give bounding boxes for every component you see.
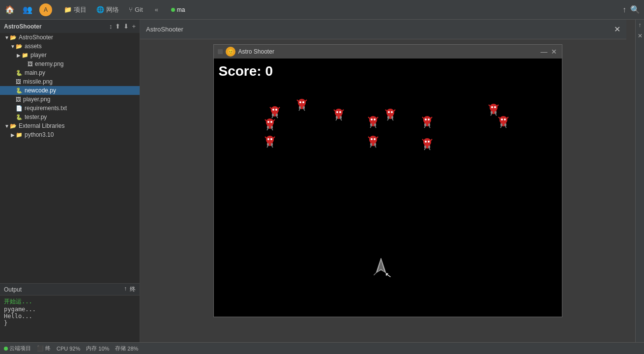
svg-line-102 [422, 139, 424, 141]
output-header: Output ↑ 终 [0, 284, 140, 295]
project-icon: 📁 [64, 6, 72, 13]
cpu-status: CPU 92% [57, 346, 80, 352]
search-icon[interactable]: 🔍 [630, 5, 640, 14]
svg-line-99 [375, 146, 376, 148]
tree-toggle[interactable]: ▼ [4, 123, 10, 129]
svg-line-103 [430, 139, 432, 141]
tree-toggle[interactable]: ▶ [10, 132, 16, 138]
svg-point-16 [299, 106, 301, 109]
tree-toggle[interactable]: ▼ [4, 35, 10, 40]
tree-toggle[interactable]: ▶ [16, 53, 22, 58]
svg-line-72 [489, 105, 491, 107]
svg-line-22 [334, 110, 336, 112]
minimize-button[interactable]: — [540, 48, 548, 56]
svg-point-26 [336, 116, 338, 119]
svg-line-43 [376, 117, 378, 119]
game-titlebar-dot [218, 49, 223, 54]
tree-item-astroshooter[interactable]: ▼ 📂 AstroShooter [0, 33, 140, 42]
svg-point-116 [267, 143, 269, 146]
right-panel: ↑ ✕ [635, 20, 644, 342]
tree-item-missile[interactable]: 🖼 missile.png [0, 77, 140, 86]
tree-item-main-py[interactable]: 🐍 main.py [0, 68, 140, 77]
svg-line-53 [393, 110, 395, 112]
enemy [263, 135, 277, 150]
mem-label: 内存 [86, 345, 97, 352]
people-icon[interactable]: 👥 [22, 4, 33, 16]
right-panel-up-icon[interactable]: ↑ [639, 22, 642, 29]
py-icon: 🐍 [16, 70, 23, 76]
enemy [332, 108, 346, 123]
enemy [383, 108, 397, 123]
image-icon: 🖼 [16, 96, 21, 102]
svg-point-25 [339, 111, 341, 113]
tree-item-python310[interactable]: ▶ 📁 python3.10 [0, 130, 140, 139]
sidebar-header: AstroShooter ↕ ⬆ ⬇ + [0, 20, 140, 33]
tree-item-newcode-py[interactable]: 🐍 newcode.py [0, 86, 140, 95]
svg-point-76 [491, 111, 493, 114]
nav-item-network[interactable]: 🌐 网络 [92, 3, 123, 16]
image-icon: 🖼 [28, 61, 33, 67]
py-icon: 🐍 [16, 114, 23, 120]
tab-bar: ma [166, 4, 190, 15]
cloud-status[interactable]: 云端项目 [4, 345, 31, 352]
svg-point-117 [271, 143, 273, 146]
terminal-icon: ⬛ [37, 345, 44, 352]
svg-line-52 [385, 110, 387, 112]
enemy [295, 98, 309, 114]
disk-value: 28% [127, 346, 138, 352]
close-button[interactable]: ✕ [550, 48, 558, 56]
terminal-icon-item[interactable]: ⬛ 终 [37, 345, 51, 352]
tree-item-tester[interactable]: 🐍 tester.py [0, 113, 140, 121]
svg-line-118 [267, 146, 268, 148]
svg-line-29 [341, 119, 342, 120]
game-titlebar: 😊 Astro Shooter — ✕ [214, 45, 562, 59]
scroll-up-icon[interactable]: ↑ [622, 5, 626, 14]
svg-line-23 [342, 110, 344, 112]
tab-main[interactable]: ma [166, 4, 190, 15]
tree-item-assets[interactable]: ▼ 📂 assets [0, 42, 140, 51]
svg-point-74 [491, 106, 493, 108]
output-up-icon[interactable]: ↑ [124, 285, 127, 294]
sidebar-title: AstroShooter [4, 23, 42, 30]
close-game-icon[interactable]: ✕ [614, 25, 620, 34]
tree-toggle[interactable]: ▼ [10, 44, 16, 49]
svg-point-64 [425, 118, 427, 120]
svg-point-24 [336, 111, 338, 113]
svg-point-95 [374, 138, 376, 140]
svg-point-14 [299, 101, 301, 103]
expand-icon[interactable]: ↕ [109, 23, 113, 30]
nav-item-git[interactable]: ⑂ Git [125, 4, 147, 15]
svg-line-38 [267, 129, 268, 130]
tree-item-player-folder[interactable]: ▶ 📁 player [0, 51, 140, 59]
output-controls: ↑ 终 [124, 285, 136, 294]
tree-item-enemy[interactable]: 🖼 enemy.png [0, 59, 140, 68]
game-icon: 😊 [226, 47, 235, 57]
download-icon[interactable]: ⬇ [123, 23, 129, 30]
git-icon: ⑂ [129, 6, 133, 13]
svg-line-63 [430, 117, 432, 119]
right-panel-close-icon[interactable]: ✕ [638, 32, 643, 39]
svg-line-13 [305, 100, 307, 102]
home-icon[interactable]: 🏠 [4, 4, 16, 16]
game-content[interactable]: Score: 0 [214, 59, 562, 317]
tree-item-player-png[interactable]: 🖼 player.png [0, 95, 140, 104]
folder-icon: 📂 [10, 34, 17, 41]
svg-point-86 [500, 123, 502, 126]
tree-item-requirements[interactable]: 📄 requirements.txt [0, 104, 140, 113]
mem-status: 内存 10% [86, 345, 109, 352]
svg-line-89 [505, 126, 506, 128]
svg-line-88 [500, 126, 501, 128]
collapse-button[interactable]: « [155, 6, 158, 13]
cpu-label: CPU [57, 346, 68, 352]
add-file-icon[interactable]: + [132, 23, 136, 30]
tree-item-external-libs[interactable]: ▼ 📂 External Libraries [0, 121, 140, 130]
output-end-label[interactable]: 终 [130, 285, 136, 294]
svg-line-113 [273, 137, 275, 139]
nav-item-project[interactable]: 📁 项目 [60, 3, 90, 16]
svg-point-84 [501, 118, 503, 120]
svg-point-104 [425, 141, 427, 143]
svg-line-82 [498, 117, 500, 119]
upload-icon[interactable]: ⬆ [115, 23, 120, 30]
avatar[interactable]: A [39, 3, 52, 16]
svg-line-48 [370, 126, 371, 128]
